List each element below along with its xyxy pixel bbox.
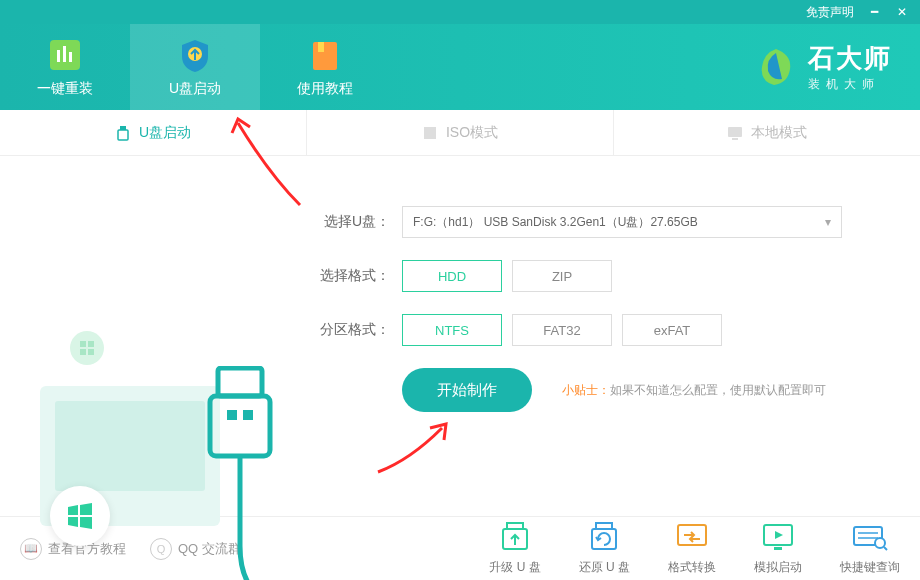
brand-subtitle: 装机大师: [808, 76, 892, 93]
keyboard-search-icon: [852, 521, 888, 553]
svg-rect-3: [69, 52, 72, 62]
nav-label: 使用教程: [297, 80, 353, 98]
play-screen-icon: [760, 521, 796, 553]
tip-text: 小贴士：如果不知道怎么配置，使用默认配置即可: [562, 382, 826, 399]
svg-rect-9: [424, 127, 436, 139]
svg-rect-26: [774, 547, 782, 550]
book-icon: [306, 36, 344, 74]
qq-icon: Q: [150, 538, 172, 560]
svg-rect-12: [80, 341, 86, 347]
nav-label: U盘启动: [169, 80, 221, 98]
nav-label: 一键重装: [37, 80, 93, 98]
svg-point-30: [875, 538, 885, 548]
disk-select[interactable]: F:G:（hd1） USB SanDisk 3.2Gen1（U盘）27.65GB: [402, 206, 842, 238]
monitor-icon: [727, 125, 743, 141]
svg-rect-8: [118, 130, 128, 140]
illustration: [0, 156, 300, 516]
form: 选择U盘： F:G:（hd1） USB SanDisk 3.2Gen1（U盘）2…: [300, 156, 920, 516]
minimize-button[interactable]: ━: [866, 5, 882, 19]
main: 选择U盘： F:G:（hd1） USB SanDisk 3.2Gen1（U盘）2…: [0, 156, 920, 516]
tool-hotkey[interactable]: 快捷键查询: [840, 521, 900, 576]
svg-rect-2: [63, 46, 66, 62]
svg-rect-14: [80, 349, 86, 355]
windows-badge-icon: [50, 486, 110, 546]
subtabs: U盘启动 ISO模式 本地模式: [0, 110, 920, 156]
usb-cable-illustration: [200, 366, 290, 580]
tool-convert[interactable]: 格式转换: [668, 521, 716, 576]
brand: 石大师 装机大师: [754, 24, 920, 110]
svg-rect-1: [57, 50, 60, 62]
format-hdd-option[interactable]: HDD: [402, 260, 502, 292]
svg-rect-15: [88, 349, 94, 355]
windows-deco-icon: [70, 331, 104, 365]
close-button[interactable]: ✕: [894, 5, 910, 19]
subtab-usb[interactable]: U盘启动: [0, 110, 307, 155]
start-button[interactable]: 开始制作: [402, 368, 532, 412]
svg-rect-13: [88, 341, 94, 347]
svg-rect-5: [313, 42, 337, 70]
svg-rect-19: [243, 410, 253, 420]
svg-rect-18: [227, 410, 237, 420]
partition-fat32-option[interactable]: FAT32: [512, 314, 612, 346]
usb-icon: [115, 125, 131, 141]
nav-reinstall[interactable]: 一键重装: [0, 24, 130, 110]
book-open-icon: 📖: [20, 538, 42, 560]
svg-rect-16: [218, 368, 262, 396]
svg-rect-17: [210, 396, 270, 456]
convert-icon: [674, 521, 710, 553]
disk-label: 选择U盘：: [310, 213, 390, 231]
tool-restore[interactable]: 还原 U 盘: [579, 521, 630, 576]
disclaimer-link[interactable]: 免责声明: [806, 4, 854, 21]
brand-logo-icon: [754, 45, 798, 89]
header: 一键重装 U盘启动 使用教程 石大师 装机大师: [0, 24, 920, 110]
titlebar: 免责声明 ━ ✕: [0, 0, 920, 24]
partition-ntfs-option[interactable]: NTFS: [402, 314, 502, 346]
subtab-local[interactable]: 本地模式: [614, 110, 920, 155]
partition-exfat-option[interactable]: exFAT: [622, 314, 722, 346]
tools-row: 升级 U 盘 还原 U 盘 格式转换 模拟启动 快捷键查询: [489, 521, 900, 576]
subtab-iso[interactable]: ISO模式: [307, 110, 614, 155]
svg-rect-11: [732, 138, 738, 140]
tool-upgrade[interactable]: 升级 U 盘: [489, 521, 540, 576]
iso-icon: [422, 125, 438, 141]
usb-refresh-icon: [586, 521, 622, 553]
nav-tutorial[interactable]: 使用教程: [260, 24, 390, 110]
nav-usbboot[interactable]: U盘启动: [130, 24, 260, 110]
usb-up-icon: [497, 521, 533, 553]
chart-icon: [46, 36, 84, 74]
partition-label: 分区格式：: [310, 321, 390, 339]
tool-simulate[interactable]: 模拟启动: [754, 521, 802, 576]
brand-title: 石大师: [808, 41, 892, 76]
format-zip-option[interactable]: ZIP: [512, 260, 612, 292]
format-label: 选择格式：: [310, 267, 390, 285]
svg-rect-6: [318, 42, 324, 52]
svg-line-31: [884, 547, 887, 550]
shield-usb-icon: [176, 36, 214, 74]
svg-rect-10: [728, 127, 742, 137]
